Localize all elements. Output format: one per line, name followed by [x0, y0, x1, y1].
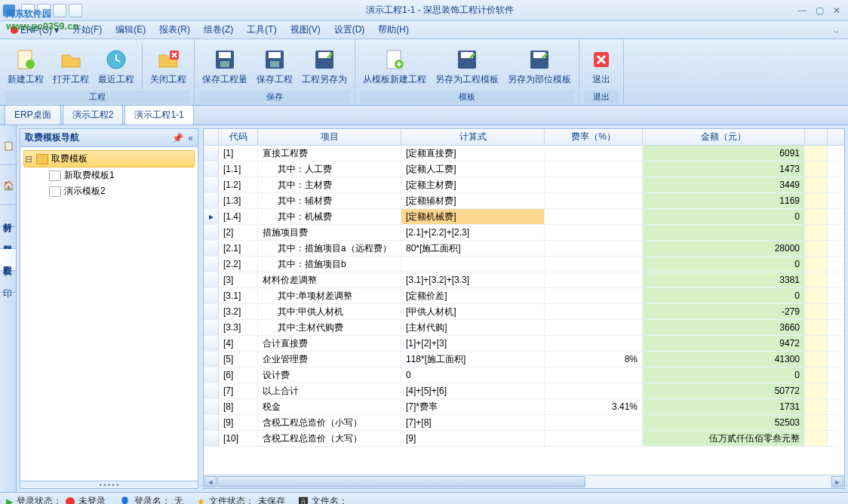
qa-btn[interactable]: [37, 4, 51, 17]
table-row[interactable]: [9]含税工程总造价（小写）[7]+[8]52503: [204, 415, 844, 431]
save-as-button[interactable]: 工程另存为: [299, 42, 350, 91]
tab-demo-2[interactable]: 演示工程2: [63, 105, 124, 124]
table-row[interactable]: [8]税金[7]*费率3.41%1731: [204, 399, 844, 415]
tab-demo-1-1[interactable]: 演示工程1-1: [124, 105, 193, 124]
col-item[interactable]: 项目: [258, 129, 401, 145]
table-row[interactable]: [6]设计费00: [204, 367, 844, 383]
save-qty-button[interactable]: 保存工程量: [199, 42, 250, 91]
login-status-label: 登录状态：: [17, 495, 62, 504]
open-project-button[interactable]: 打开工程: [50, 42, 92, 91]
svg-rect-9: [270, 61, 279, 67]
table-row[interactable]: [2.1]其中：措施项目a（远程费）80*[施工面积]28000: [204, 241, 844, 257]
menu-edit[interactable]: 编辑(E): [109, 22, 152, 38]
folder-open-icon: [36, 154, 48, 164]
menu-help[interactable]: 帮助(H): [372, 22, 415, 38]
col-rate[interactable]: 费率（%）: [545, 129, 643, 145]
menu-setting[interactable]: 设置(D): [328, 22, 371, 38]
save-project-button[interactable]: 保存工程: [253, 42, 296, 91]
side-tab-info[interactable]: 📋工程信息: [0, 125, 16, 165]
col-code[interactable]: 代码: [219, 129, 258, 145]
ribbon: 新建工程 打开工程 最近工程 关闭工程 工程 保存工程量 保存工程 工程另存为 …: [0, 39, 848, 106]
menu-tool[interactable]: 工具(T): [241, 22, 282, 38]
scroll-left-icon[interactable]: ◄: [204, 476, 217, 487]
star-icon: ★: [197, 496, 205, 505]
new-project-button[interactable]: 新建工程: [5, 42, 47, 91]
close-button[interactable]: ✕: [833, 5, 840, 16]
table-row[interactable]: [4]合计直接费[1]+[2]+[3]9472: [204, 336, 844, 352]
exit-button[interactable]: 退出: [584, 42, 619, 91]
table-row[interactable]: [3.1]其中:单项材差调整[定额价差]0: [204, 288, 844, 304]
table-row[interactable]: [7]以上合计[4]+[5]+[6]50772: [204, 383, 844, 399]
qa-btn[interactable]: [53, 4, 66, 17]
col-amount[interactable]: 金额（元）: [643, 129, 805, 145]
tab-erp-desktop[interactable]: ERP桌面: [5, 105, 61, 124]
group-title: 退出: [584, 91, 619, 103]
group-title: 保存: [199, 91, 350, 103]
group-title: 工程: [5, 91, 189, 103]
ribbon-collapse-icon[interactable]: ⌵: [829, 25, 843, 35]
recent-project-button[interactable]: 最近工程: [95, 42, 137, 91]
table-row[interactable]: ▸[1.4]其中：机械费[定额机械费]0: [204, 209, 844, 225]
svg-rect-5: [219, 52, 231, 58]
table-row[interactable]: [1]直接工程费[定额直接费]6091: [204, 146, 844, 161]
tree-node[interactable]: 演示模板2: [23, 183, 195, 199]
statusbar: ▶登录状态：未登录 👤登录名：无 ★文件状态：未保存 🅰文件名：: [0, 492, 848, 504]
left-sidebar: 📋工程信息 🏠清单报价 材料分析 主材选型 工程取费 印: [0, 125, 17, 492]
table-row[interactable]: [2.2]其中：措施项目b0: [204, 257, 844, 272]
document-tabs: ERP桌面 演示工程2 演示工程1-1: [0, 106, 848, 125]
tree-pin-icon[interactable]: 📌: [172, 133, 183, 143]
house-icon: 🏠: [2, 179, 14, 191]
chevron-left-icon[interactable]: «: [188, 133, 193, 143]
tree-node-root[interactable]: ⊟取费模板: [23, 150, 195, 167]
menu-report[interactable]: 报表(R): [153, 22, 196, 38]
qa-btn[interactable]: [21, 4, 35, 17]
tree-node[interactable]: 新取费模板1: [23, 167, 195, 183]
side-tab-list[interactable]: 🏠清单报价: [0, 165, 16, 205]
table-row[interactable]: [10]含税工程总造价（大写）[9]伍万贰仟伍佰零叁元整: [204, 431, 844, 447]
side-tab-material[interactable]: 材料分析: [0, 205, 16, 227]
side-tab-main-material[interactable]: 主材选型: [0, 227, 16, 249]
file-icon: [49, 186, 61, 197]
grid-panel: 代码 项目 计算式 费率（%） 金额（元） [1]直接工程费[定额直接费]609…: [203, 128, 845, 489]
table-row[interactable]: [3.2]其中:甲供人材机[甲供人材机]-279: [204, 304, 844, 320]
menu-start[interactable]: 开始(F): [66, 22, 108, 38]
table-row[interactable]: [3.3]其中:主材代购费[主材代购]3660: [204, 320, 844, 336]
table-row[interactable]: [2]措施项目费[2.1]+[2.2]+[2.3]: [204, 225, 844, 241]
side-tab-fee[interactable]: 工程取费: [0, 249, 16, 271]
scroll-right-icon[interactable]: ►: [831, 476, 843, 487]
app-icon: [3, 5, 15, 17]
table-row[interactable]: [1.2]其中：主材费[定额主材费]3449: [204, 177, 844, 193]
table-row[interactable]: [1.3]其中：辅材费[定额辅材费]1169: [204, 193, 844, 209]
save-as-part-template-button[interactable]: 另存为部位模板: [505, 42, 574, 91]
table-row[interactable]: [3]材料价差调整[3.1]+[3.2]+[3.3]3381: [204, 272, 844, 288]
menu-group[interactable]: 组卷(Z): [198, 22, 239, 38]
grid-body[interactable]: [1]直接工程费[定额直接费]6091[1.1]其中：人工费[定额人工费]147…: [204, 146, 844, 475]
tree-panel: 取费模板导航 📌« ⊟取费模板 新取费模板1 演示模板2 • • • • •: [20, 128, 198, 489]
quick-access: [21, 4, 82, 17]
tree-collapse-handle[interactable]: • • • • •: [20, 481, 198, 488]
menu-erp[interactable]: ERP(G)▾: [5, 23, 65, 37]
svg-rect-8: [269, 52, 281, 58]
save-as-project-template-button[interactable]: 另存为工程模板: [432, 42, 502, 91]
qa-btn[interactable]: [69, 4, 82, 17]
maximize-button[interactable]: ▢: [816, 5, 824, 16]
status-dot-icon: [66, 497, 75, 505]
file-icon: 🅰: [299, 496, 308, 505]
col-formula[interactable]: 计算式: [401, 129, 545, 145]
tree-header: 取费模板导航 📌«: [20, 129, 198, 147]
scroll-thumb[interactable]: [217, 476, 585, 487]
info-icon: 📋: [2, 139, 14, 151]
minimize-button[interactable]: —: [797, 5, 807, 16]
table-row[interactable]: [1.1]其中：人工费[定额人工费]1473: [204, 161, 844, 177]
menubar: ERP(G)▾ 开始(F) 编辑(E) 报表(R) 组卷(Z) 工具(T) 视图…: [0, 21, 848, 39]
menu-view[interactable]: 视图(V): [284, 22, 327, 38]
table-row[interactable]: [5]企业管理费118*[施工面积]8%41300: [204, 352, 844, 367]
grid-header: 代码 项目 计算式 费率（%） 金额（元）: [204, 129, 844, 146]
new-from-template-button[interactable]: 从模板新建工程: [360, 42, 429, 91]
horizontal-scrollbar[interactable]: ◄ ►: [204, 475, 844, 488]
svg-point-1: [26, 60, 35, 69]
close-project-button[interactable]: 关闭工程: [147, 42, 189, 91]
side-tab-print[interactable]: 印: [0, 271, 16, 293]
svg-rect-6: [220, 61, 229, 67]
titlebar: 演示工程1-1 - 深思装饰工程计价软件 — ▢ ✕: [0, 0, 848, 21]
